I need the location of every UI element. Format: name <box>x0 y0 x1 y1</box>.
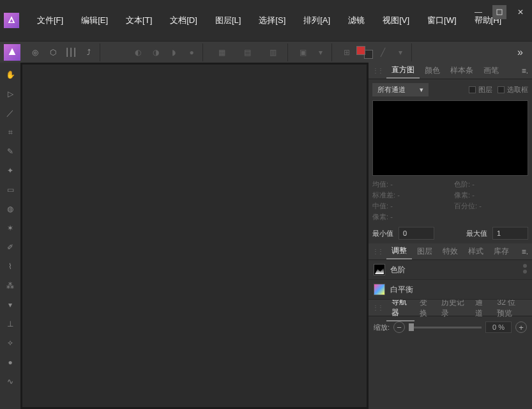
heal-tool-icon[interactable]: ✶ <box>1 219 19 237</box>
toolbar-target-icon[interactable]: ▣ <box>294 44 311 61</box>
adjust-item-label: 色阶 <box>390 265 406 275</box>
tab-layers[interactable]: 图层 <box>412 244 437 259</box>
menu-layer[interactable]: 图层[L] <box>206 11 250 30</box>
checkbox-marquee[interactable]: 选取框 <box>498 85 528 95</box>
panel-grip-icon[interactable]: ⋮⋮ <box>372 248 383 255</box>
gradient-tool-icon[interactable]: ✧ <box>1 334 19 352</box>
toolbar-overflow-button[interactable]: » <box>512 47 528 58</box>
menu-view[interactable]: 视图[V] <box>374 11 418 30</box>
tool-palette: ✋ ▷ ／ ⌗ ✎ ✦ ▭ ◍ ✶ ✐ ⌇ ⁂ ▾ ⊥ ✧ ● ∿ <box>0 63 20 409</box>
window-controls: — ✕ <box>473 5 532 19</box>
toolbar-line-icon[interactable]: ╱ <box>374 44 391 61</box>
text-tool-icon[interactable]: ⊥ <box>1 315 19 333</box>
zoom-slider[interactable] <box>409 327 482 328</box>
persona-photo-icon[interactable] <box>4 44 20 61</box>
toolbar-moon-icon[interactable]: ◗ <box>165 44 182 61</box>
panel-menu-icon[interactable]: ≡. <box>522 66 528 75</box>
marquee-tool-icon[interactable]: ▭ <box>1 181 19 199</box>
pen-tool-icon[interactable]: ✐ <box>1 238 19 256</box>
menu-document[interactable]: 文档[D] <box>161 11 206 30</box>
persona-export-icon[interactable]: ⤴ <box>80 44 97 61</box>
toolbar-ellipse-icon[interactable]: ● <box>183 44 200 61</box>
tab-color[interactable]: 颜色 <box>420 63 445 78</box>
toolbar-grid1-icon[interactable]: ▦ <box>209 44 234 61</box>
zoom-in-button[interactable]: + <box>515 321 527 333</box>
toolbar-grid2-icon[interactable]: ▤ <box>235 44 259 61</box>
clone-tool-icon[interactable]: ✦ <box>1 162 19 180</box>
panel-grip-icon[interactable]: ⋮⋮ <box>372 304 383 311</box>
menu-bar: 文件[F] 编辑[E] 文本[T] 文档[D] 图层[L] 选择[S] 排列[A… <box>0 0 532 41</box>
menu-arrange[interactable]: 排列[A] <box>294 11 339 30</box>
front-color-swatch <box>356 46 365 55</box>
menu-filters[interactable]: 滤镜 <box>339 11 374 30</box>
menu-select[interactable]: 选择[S] <box>250 11 294 30</box>
max-input[interactable] <box>492 227 528 240</box>
tab-adjust[interactable]: 调整 <box>386 243 412 259</box>
adjust-item-label: 白平衡 <box>390 284 413 295</box>
toolbar-circle-icon[interactable]: ◑ <box>148 44 164 61</box>
maximize-button[interactable] <box>492 5 506 19</box>
max-label: 最大值 <box>466 229 487 238</box>
hand-tool-icon[interactable]: ✋ <box>1 66 19 84</box>
histogram-display <box>372 100 528 176</box>
picker-tool-icon[interactable]: ⁂ <box>1 277 19 295</box>
persona-tone-icon[interactable]: ⎮⎮⎮ <box>63 44 79 61</box>
tab-swatches[interactable]: 样本条 <box>445 63 478 78</box>
flood-tool-icon[interactable]: ▾ <box>1 296 19 314</box>
checkbox-icon <box>469 86 476 93</box>
tab-brushes[interactable]: 画笔 <box>478 63 504 78</box>
menu-window[interactable]: 窗口[W] <box>418 11 466 30</box>
app-logo-icon <box>4 13 19 28</box>
tab-histogram[interactable]: 直方图 <box>386 63 420 79</box>
slider-thumb-icon <box>409 323 414 331</box>
menu-text[interactable]: 文本[T] <box>117 11 161 30</box>
adjust-item-levels[interactable]: 色阶 <box>369 260 532 280</box>
adjust-item-whitebalance[interactable]: 白平衡 <box>369 280 532 300</box>
navigator-panel-body: 缩放: − 0 % + <box>369 316 532 338</box>
navigator-panel-header: ⋮⋮ 导航器 变换 历史记录 通道 32 位预览 <box>369 300 532 316</box>
toolbar-contrast-icon[interactable]: ◐ <box>130 44 146 61</box>
persona-develop-icon[interactable]: ⬡ <box>45 44 61 61</box>
persona-liquify-icon[interactable]: ◎ <box>27 44 43 61</box>
main-area: ✋ ▷ ／ ⌗ ✎ ✦ ▭ ◍ ✶ ✐ ⌇ ⁂ ▾ ⊥ ✧ ● ∿ ⋮⋮ 直方图… <box>0 63 532 409</box>
vector-tool-icon[interactable]: ⌇ <box>1 258 19 275</box>
histogram-panel-body: 所有通道 ▾ 图层 选取框 均值: - 色阶: - 标准差: - 像素: - <box>369 79 532 243</box>
crop-tool-icon[interactable]: ⌗ <box>1 123 19 141</box>
smudge-tool-icon[interactable]: ∿ <box>1 373 19 390</box>
maximize-icon <box>496 9 503 15</box>
tab-effects[interactable]: 特效 <box>437 244 463 259</box>
tab-stock[interactable]: 库存 <box>489 244 514 259</box>
panel-menu-icon[interactable]: ≡. <box>522 247 528 256</box>
color-swatch[interactable] <box>356 46 373 59</box>
move-tool-icon[interactable]: ▷ <box>1 85 19 103</box>
histogram-stats: 均值: - 色阶: - 标准差: - 像素: - 中值: - 百分位: - 像素… <box>372 180 528 222</box>
menu-edit[interactable]: 编辑[E] <box>72 11 117 30</box>
paint-tool-icon[interactable]: ✎ <box>1 143 19 160</box>
whitebalance-thumb-icon <box>374 284 385 295</box>
adjust-panel-header: ⋮⋮ 调整 图层 特效 样式 库存 ≡. <box>369 243 532 260</box>
panel-grip-icon[interactable]: ⋮⋮ <box>372 67 383 74</box>
zoom-label: 缩放: <box>374 323 390 332</box>
minimize-button[interactable]: — <box>473 7 483 17</box>
min-input[interactable] <box>399 227 434 240</box>
channel-dropdown[interactable]: 所有通道 ▾ <box>372 83 429 96</box>
close-button[interactable]: ✕ <box>515 7 526 17</box>
toolbar-chevron2-icon[interactable]: ▾ <box>392 44 409 61</box>
tab-styles[interactable]: 样式 <box>463 244 489 259</box>
scroll-indicator[interactable] <box>523 264 529 274</box>
brush-tool-icon[interactable]: ／ <box>1 104 19 122</box>
menu-items: 文件[F] 编辑[E] 文本[T] 文档[D] 图层[L] 选择[S] 排列[A… <box>28 11 528 30</box>
blur-tool-icon[interactable]: ● <box>1 353 19 371</box>
canvas[interactable] <box>22 64 367 408</box>
toolbar-grid3-icon[interactable]: ▥ <box>261 44 285 61</box>
toolbar: ◎ ⬡ ⎮⎮⎮ ⤴ ◐ ◑ ◗ ● ▦ ▤ ▥ ▣ ▾ ⊞ ╱ ▾ » <box>0 41 532 63</box>
back-color-swatch <box>364 50 373 59</box>
fill-tool-icon[interactable]: ◍ <box>1 200 19 218</box>
checkbox-layer[interactable]: 图层 <box>469 85 492 95</box>
svg-rect-0 <box>497 10 502 15</box>
menu-file[interactable]: 文件[F] <box>28 11 72 30</box>
toolbar-chevron-down-icon[interactable]: ▾ <box>312 44 329 61</box>
channel-dropdown-label: 所有通道 <box>377 85 406 95</box>
toolbar-snap-icon[interactable]: ⊞ <box>338 44 355 61</box>
zoom-out-button[interactable]: − <box>393 321 405 333</box>
